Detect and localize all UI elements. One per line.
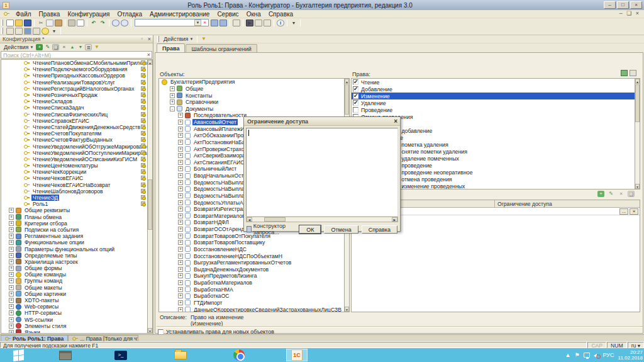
window-tab[interactable]: Роль Роль1: Права [1, 335, 68, 341]
expander-plus-icon[interactable]: + [9, 215, 14, 220]
tree-item[interactable]: ЧтениеЧековЕГАИС [1, 175, 147, 181]
telescope-add-icon[interactable] [219, 20, 227, 26]
breakpoint-icon[interactable] [255, 20, 262, 26]
objects-tree-item[interactable]: +ВыработкаОС [159, 293, 349, 300]
cancel-button[interactable]: Отмена [324, 225, 358, 234]
check-items-icon[interactable]: ≣ [85, 44, 92, 50]
tray-expand-icon[interactable]: ▲ [565, 352, 571, 358]
objects-tree-item[interactable]: +ВыкупПредметовЛизинга [159, 273, 349, 280]
add-icon[interactable]: + [36, 44, 43, 50]
expander-plus-icon[interactable]: + [178, 287, 183, 292]
minimize-button[interactable]: – [604, 1, 616, 9]
search-combobox[interactable]: ▼ × [135, 19, 209, 26]
scroll-up-icon[interactable]: ▲ [635, 79, 640, 84]
objects-tree-item[interactable]: +Константы [159, 92, 349, 99]
close-button[interactable]: × [630, 1, 642, 9]
expander-plus-icon[interactable]: + [9, 221, 14, 226]
filter-icon[interactable]: ▼ [93, 44, 100, 50]
set-all-rights-icon[interactable] [621, 70, 628, 76]
edit-icon[interactable]: ✎ [608, 191, 614, 197]
tree-item[interactable]: ЧтениеРегистрацийВНалоговыхОрганах [1, 86, 147, 92]
objects-tree-item[interactable]: +ВосстановлениеНДСПоОбъектамН [159, 252, 349, 259]
expander-plus-icon[interactable]: + [9, 234, 14, 239]
expander-plus-icon[interactable]: + [9, 291, 14, 297]
table-icon[interactable] [33, 28, 40, 35]
tree-item[interactable]: ЧтениеСпискаФизическихЛиц [1, 111, 147, 118]
objects-tree-item[interactable]: +ВозвратТоваровПоставщику [159, 239, 349, 246]
expander-plus-icon[interactable]: + [9, 298, 14, 303]
expander-plus-icon[interactable]: + [178, 200, 183, 205]
right-item[interactable]: Проведение [352, 106, 640, 113]
expander-plus-icon[interactable]: + [9, 208, 14, 213]
tree-item[interactable]: ЧтениеУведомленийОСписанииКизГИСМ [1, 156, 147, 162]
actions-menu-button[interactable]: Действия ▼ [162, 36, 195, 42]
find-icon[interactable] [112, 20, 119, 26]
expander-plus-icon[interactable]: + [178, 247, 183, 252]
move-down-icon[interactable]: ▼ [77, 44, 84, 50]
copy-rights-icon[interactable] [630, 70, 636, 76]
tree-item[interactable]: +Общие формы [1, 265, 147, 271]
tree-item[interactable]: ЧтениеСправокЕГАИС [1, 118, 147, 124]
tree-item[interactable]: ЧтениеУведомленийОПоступленииМаркированн… [1, 150, 147, 156]
tree-item[interactable]: ЧтениеСкладов [1, 98, 147, 105]
scroll-down-icon[interactable]: ▼ [635, 184, 640, 189]
expander-plus-icon[interactable]: + [178, 220, 183, 225]
menu-item[interactable]: Окна [243, 11, 265, 18]
file-explorer-button[interactable] [170, 349, 191, 361]
expander-plus-icon[interactable]: + [9, 259, 14, 264]
tree-item[interactable]: +Группы команд [1, 278, 147, 284]
copy-item-icon[interactable]: ❏ [52, 44, 59, 50]
scroll-thumb[interactable] [345, 84, 349, 115]
expander-plus-icon[interactable]: + [178, 307, 183, 312]
checkbox-checked[interactable] [353, 79, 358, 85]
expander-plus-icon[interactable]: + [178, 234, 183, 239]
redo-icon[interactable]: ↷ [99, 20, 106, 26]
objects-tree-item[interactable]: +ВыгрузкаРегламентированныхОтчетов [159, 259, 349, 266]
clear-search-icon[interactable]: × [147, 52, 150, 58]
tree-item[interactable]: +Определяемые типы [1, 252, 147, 259]
checkbox[interactable] [353, 107, 358, 113]
delete-icon[interactable]: × [618, 191, 625, 197]
add-icon[interactable]: + [597, 191, 604, 197]
dropdown-arrow-icon[interactable]: ▼ [194, 20, 201, 26]
start-button[interactable] [8, 349, 29, 361]
onec-app-button[interactable]: 1С [286, 349, 308, 361]
expander-plus-icon[interactable]: + [9, 253, 14, 258]
expander-plus-icon[interactable]: + [178, 147, 183, 152]
tree-item[interactable]: ЧтениеЧековЕГАИСНаВозврат [1, 182, 147, 188]
help-icon[interactable]: i [277, 20, 284, 26]
objects-tree-item[interactable]: +Справочники [159, 99, 349, 106]
expander-plus-icon[interactable]: + [178, 273, 183, 278]
tab-Права[interactable]: Права [157, 43, 185, 53]
keyboard-language-indicator[interactable]: ru ▾ [628, 342, 644, 348]
checkbox-checked[interactable] [353, 86, 358, 92]
expander-plus-icon[interactable]: + [178, 127, 183, 132]
tree-item[interactable]: +Общие картинки [1, 291, 147, 297]
telescope-icon[interactable] [211, 20, 218, 26]
scroll-thumb[interactable] [148, 179, 152, 230]
tree-item[interactable]: +Функциональные опции [1, 239, 147, 246]
window-icon[interactable] [233, 20, 240, 26]
expander-plus-icon[interactable]: + [9, 240, 14, 245]
paste-icon[interactable] [55, 20, 62, 26]
chrome-button[interactable] [228, 349, 250, 361]
scroll-thumb[interactable] [264, 217, 286, 222]
close-icon[interactable]: × [394, 118, 397, 125]
maximize-button[interactable]: □ [617, 1, 629, 9]
mdi-window-controls[interactable]: – ❏ × [619, 10, 640, 16]
taskbar-language[interactable]: РУС [603, 352, 614, 358]
print-icon[interactable] [68, 20, 75, 26]
expander-plus-icon[interactable]: + [9, 266, 14, 271]
expander-plus-icon[interactable]: + [178, 193, 183, 198]
configuration-search-input[interactable]: Поиск (Ctrl+Alt+M) × [1, 51, 152, 59]
expander-plus-icon[interactable]: + [178, 240, 183, 245]
expander-plus-icon[interactable]: + [178, 300, 183, 305]
expander-plus-icon[interactable]: + [9, 227, 14, 232]
ellipsis-button[interactable]: ... [619, 208, 628, 215]
tree-item[interactable]: ЧтениеЭД [1, 195, 147, 201]
checkbox-checked[interactable] [353, 93, 358, 99]
expander-plus-icon[interactable]: + [178, 166, 183, 171]
expander-plus-icon[interactable]: + [178, 173, 183, 178]
expander-plus-icon[interactable]: + [178, 213, 183, 218]
expander-plus-icon[interactable]: + [178, 260, 183, 265]
